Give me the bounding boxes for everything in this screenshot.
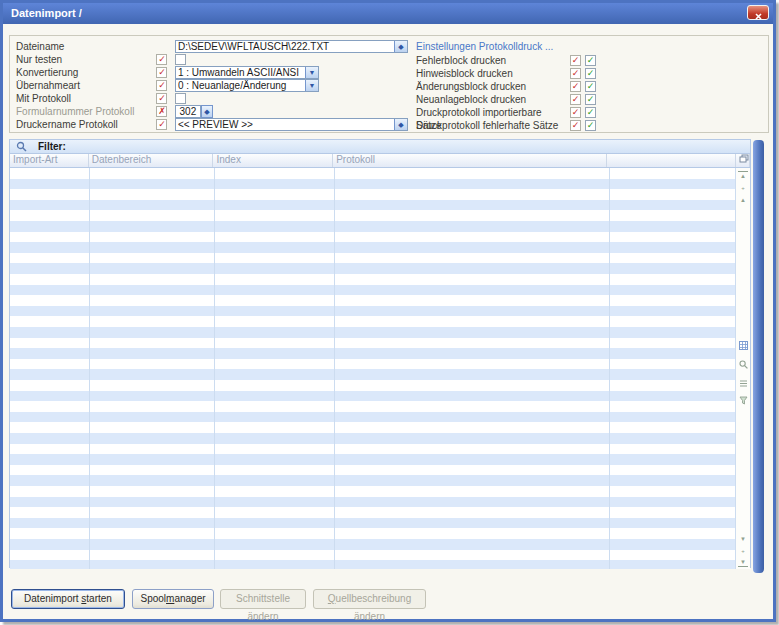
- form-row-formularnummer: Formularnummer Protokoll ✗ 302 ◆: [16, 105, 213, 118]
- datenimport-window: Datenimport / Dateiname D:\SEDEV\WFLTAUS…: [0, 0, 776, 622]
- window-title: Datenimport /: [11, 3, 82, 24]
- form-row-dateiname: Dateiname D:\SEDEV\WFLTAUSCH\222.TXT ◆: [16, 40, 408, 53]
- close-button[interactable]: [747, 5, 769, 20]
- vertical-scrollbar[interactable]: [753, 140, 764, 573]
- edit-flag-icon[interactable]: ✓: [570, 94, 581, 105]
- scroll-up-fast-icon[interactable]: +: [738, 183, 748, 193]
- edit-flag-icon[interactable]: ✓: [570, 81, 581, 92]
- nur-testen-label: Nur testen: [16, 53, 152, 66]
- hinweisblock-checkbox[interactable]: ✓: [585, 68, 596, 79]
- scroll-up-icon[interactable]: ▲: [738, 195, 748, 205]
- locked-flag-icon[interactable]: ✗: [156, 106, 167, 117]
- column-header-empty[interactable]: [607, 154, 736, 167]
- title-bar[interactable]: Datenimport /: [3, 3, 773, 24]
- edit-flag-icon[interactable]: ✓: [156, 54, 167, 65]
- column-header-index[interactable]: Index: [213, 154, 333, 167]
- column-separator: [609, 168, 610, 569]
- edit-flag-icon[interactable]: ✓: [156, 119, 167, 130]
- form-row-druckername: Druckername Protokoll ✓ << PREVIEW >> ◆: [16, 118, 408, 131]
- column-header-protokoll[interactable]: Protokoll: [333, 154, 607, 167]
- close-icon: [755, 13, 762, 20]
- druckername-label: Druckername Protokoll: [16, 118, 152, 131]
- uebernahmeart-value: 0 : Neuanlage/Änderung: [178, 80, 286, 91]
- column-chooser-button[interactable]: [736, 154, 750, 167]
- fehlerhafte-saetze-label: Druckprotokoll fehlerhafte Sätze: [416, 119, 566, 132]
- scroll-bottom-icon[interactable]: ▼: [738, 558, 748, 567]
- column-separator: [89, 168, 90, 569]
- formularnummer-label: Formularnummer Protokoll: [16, 105, 152, 118]
- spinner-icon[interactable]: ◆: [201, 105, 213, 118]
- datenimport-starten-button[interactable]: Datenimport starten: [11, 589, 125, 609]
- aenderungsblock-label: Änderungsblock drucken: [416, 80, 566, 93]
- konvertierung-dropdown[interactable]: 1 : Umwandeln ASCII/ANSI ▼: [175, 66, 319, 79]
- edit-flag-icon[interactable]: ✓: [570, 55, 581, 66]
- form-row-mit-protokoll: Mit Protokoll ✓: [16, 92, 186, 105]
- chevron-down-icon[interactable]: ▼: [305, 80, 318, 91]
- edit-flag-icon[interactable]: ✓: [156, 67, 167, 78]
- protokoll-row: Druckprotokoll fehlerhafte Sätze ✓ ✓: [416, 119, 566, 132]
- filter-icon[interactable]: [738, 396, 748, 406]
- mit-protokoll-checkbox[interactable]: [175, 93, 186, 104]
- hinweisblock-label: Hinweisblock drucken: [416, 67, 566, 80]
- edit-flag-icon[interactable]: ✓: [570, 107, 581, 118]
- schnittstelle-aendern-button: Schnittstelle ändern: [220, 589, 306, 609]
- form-row-uebernahmeart: Übernahmeart ✓ 0 : Neuanlage/Änderung ▼: [16, 79, 319, 92]
- protokoll-row: Neuanlageblock drucken ✓ ✓: [416, 93, 566, 106]
- filter-label: Filter:: [38, 140, 66, 153]
- quellbeschreibung-aendern-button: Quellbeschreibung ändern: [313, 589, 426, 609]
- aenderungsblock-checkbox[interactable]: ✓: [585, 81, 596, 92]
- column-separator: [334, 168, 335, 569]
- neuanlageblock-checkbox[interactable]: ✓: [585, 94, 596, 105]
- column-separator: [214, 168, 215, 569]
- grid-view-icon[interactable]: [738, 341, 748, 351]
- grid-body[interactable]: ▲ + ▲: [10, 168, 750, 569]
- formularnummer-input[interactable]: 302: [175, 105, 201, 118]
- column-header-datenbereich[interactable]: Datenbereich: [89, 154, 214, 167]
- form-row-konvertierung: Konvertierung ✓ 1 : Umwandeln ASCII/ANSI…: [16, 66, 319, 79]
- scroll-down-icon[interactable]: ▼: [738, 534, 748, 544]
- grid-header: Import-Art Datenbereich Index Protokoll: [10, 154, 750, 168]
- uebernahmeart-dropdown[interactable]: 0 : Neuanlage/Änderung ▼: [175, 79, 319, 92]
- importierbare-saetze-checkbox[interactable]: ✓: [585, 107, 596, 118]
- konvertierung-value: 1 : Umwandeln ASCII/ANSI: [178, 67, 299, 78]
- grid-view-icon: [739, 341, 748, 350]
- search-icon: [739, 360, 748, 369]
- dateiname-input[interactable]: D:\SEDEV\WFLTAUSCH\222.TXT ◆: [175, 40, 408, 53]
- dateiname-value: D:\SEDEV\WFLTAUSCH\222.TXT: [178, 41, 329, 52]
- chevron-down-icon[interactable]: ▼: [305, 67, 318, 78]
- column-header-import-art[interactable]: Import-Art: [10, 154, 89, 167]
- druckername-dropdown[interactable]: << PREVIEW >> ◆: [175, 118, 408, 131]
- fehlerhafte-saetze-checkbox[interactable]: ✓: [585, 120, 596, 131]
- scroll-top-icon[interactable]: ▲: [738, 171, 748, 180]
- search-icon: [16, 141, 27, 152]
- konvertierung-label: Konvertierung: [16, 66, 152, 79]
- list-icon: [739, 379, 748, 388]
- import-grid: Filter: Import-Art Datenbereich Index Pr…: [9, 139, 751, 568]
- protokoll-row: Änderungsblock drucken ✓ ✓: [416, 80, 566, 93]
- protokoll-row: Hinweisblock drucken ✓ ✓: [416, 67, 566, 80]
- fehlerblock-label: Fehlerblock drucken: [416, 54, 566, 67]
- column-chooser-icon: [739, 154, 749, 163]
- formularnummer-value: 302: [180, 106, 197, 117]
- lookup-icon[interactable]: ◆: [394, 119, 407, 130]
- protokoll-row: Fehlerblock drucken ✓ ✓: [416, 54, 566, 67]
- neuanlageblock-label: Neuanlageblock drucken: [416, 93, 566, 106]
- grid-side-toolbar: ▲ + ▲: [735, 168, 750, 569]
- edit-flag-icon[interactable]: ✓: [156, 80, 167, 91]
- nur-testen-checkbox[interactable]: [175, 54, 186, 65]
- filter-bar[interactable]: Filter:: [10, 140, 750, 154]
- edit-flag-icon[interactable]: ✓: [570, 120, 581, 131]
- fehlerblock-checkbox[interactable]: ✓: [585, 55, 596, 66]
- filter-icon: [739, 396, 748, 405]
- dateiname-label: Dateiname: [16, 40, 152, 53]
- mit-protokoll-label: Mit Protokoll: [16, 92, 152, 105]
- spoolmanager-button[interactable]: Spoolmanager: [132, 589, 214, 609]
- lookup-icon[interactable]: ◆: [394, 41, 407, 52]
- edit-flag-icon[interactable]: ✓: [570, 68, 581, 79]
- protokolldruck-settings-link[interactable]: Einstellungen Protokolldruck ...: [416, 41, 553, 52]
- edit-flag-icon[interactable]: ✓: [156, 93, 167, 104]
- form-row-nur-testen: Nur testen ✓: [16, 53, 186, 66]
- search-icon[interactable]: [738, 360, 748, 370]
- list-icon[interactable]: [738, 379, 748, 389]
- scroll-down-fast-icon[interactable]: +: [738, 546, 748, 556]
